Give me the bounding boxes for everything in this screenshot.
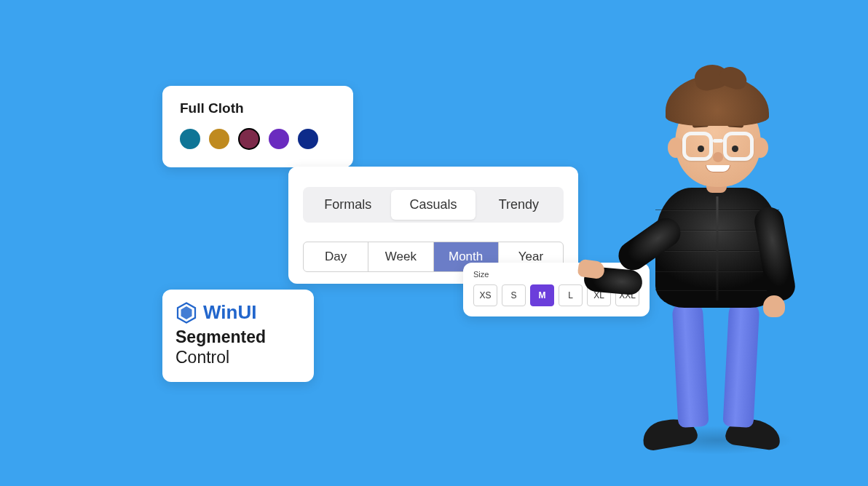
- character-illustration: [635, 69, 802, 447]
- swatch-teal[interactable]: [180, 129, 200, 149]
- winui-brand: WinUI: [203, 301, 256, 324]
- segment-casuals[interactable]: Casuals: [391, 190, 475, 220]
- size-xs[interactable]: XS: [473, 284, 497, 306]
- title-card: WinUI Segmented Control: [162, 290, 314, 382]
- full-cloth-card: Full Cloth: [162, 86, 353, 167]
- segment-week[interactable]: Week: [368, 242, 433, 271]
- swatch-gold[interactable]: [209, 129, 229, 149]
- size-s[interactable]: S: [502, 284, 526, 306]
- swatch-purple[interactable]: [269, 129, 289, 149]
- segment-trendy[interactable]: Trendy: [477, 190, 561, 220]
- size-m[interactable]: M: [530, 284, 554, 306]
- segment-day[interactable]: Day: [304, 242, 368, 271]
- winui-logo-icon: [175, 302, 197, 324]
- title-segmented: Segmented: [175, 327, 301, 348]
- color-swatches: [180, 128, 336, 150]
- swatch-navy[interactable]: [298, 129, 318, 149]
- title-control: Control: [175, 348, 301, 367]
- swatch-maroon[interactable]: [238, 128, 260, 150]
- svg-marker-1: [181, 306, 192, 319]
- segment-formals[interactable]: Formals: [306, 190, 390, 220]
- full-cloth-title: Full Cloth: [180, 100, 336, 116]
- size-l[interactable]: L: [559, 284, 583, 306]
- style-segmented-control: Formals Casuals Trendy: [303, 187, 564, 223]
